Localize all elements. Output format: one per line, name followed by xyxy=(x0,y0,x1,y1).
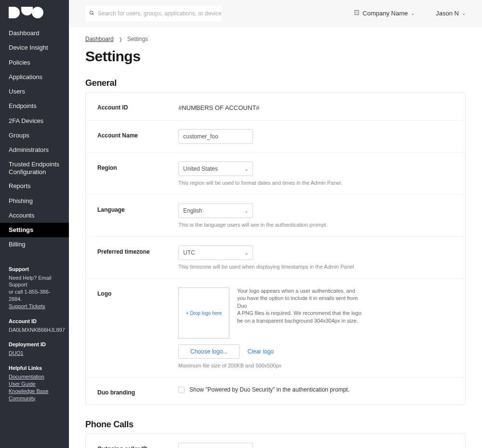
row-logo: Logo + Drop logo here Your logo appears … xyxy=(86,279,465,378)
account-id-value: DA0LMXNKB66HJL897 xyxy=(9,326,60,334)
svg-rect-3 xyxy=(355,11,359,15)
select-region[interactable]: United States ⌄ xyxy=(178,162,253,176)
breadcrumb: Dashboard ❯ Settings xyxy=(85,36,466,42)
content: Dashboard ❯ Settings Settings General Ac… xyxy=(69,27,482,448)
value-account-id: #NUMBERS OF ACCOUNT# xyxy=(178,101,454,111)
chevron-down-icon: ⌄ xyxy=(244,208,248,214)
input-caller-id[interactable] xyxy=(178,443,253,448)
link-community[interactable]: Community xyxy=(9,395,60,402)
duo-logo xyxy=(0,0,69,23)
hint-logo: Maximum file size of 200KB and 500x500px xyxy=(178,363,454,368)
logo-desc-line2: A PNG files is required. We recommend th… xyxy=(237,310,362,325)
svg-point-0 xyxy=(32,7,43,18)
label-account-name: Account Name xyxy=(97,129,178,144)
chevron-down-icon: ⌄ xyxy=(462,11,466,16)
breadcrumb-dashboard[interactable]: Dashboard xyxy=(85,36,114,42)
branding-checkbox[interactable] xyxy=(178,387,185,393)
label-logo: Logo xyxy=(97,287,178,297)
label-language: Language xyxy=(97,204,178,228)
row-account-id: Account ID #NUMBERS OF ACCOUNT# xyxy=(86,93,465,121)
general-panel: Account ID #NUMBERS OF ACCOUNT# Account … xyxy=(85,92,466,405)
sidebar-item-applications[interactable]: Applications xyxy=(0,70,69,84)
row-account-name: Account Name xyxy=(86,121,465,153)
user-menu[interactable]: Jason N ⌄ xyxy=(436,10,466,17)
link-knowledge-base[interactable]: Knowledge Base xyxy=(9,388,60,395)
select-region-value: United States xyxy=(183,165,218,172)
logo-desc-line1: Your logo appears when a user authentica… xyxy=(237,287,362,310)
breadcrumb-current: Settings xyxy=(127,36,148,42)
label-region: Region xyxy=(97,162,178,186)
select-timezone-value: UTC xyxy=(183,249,195,256)
company-name: Company Name xyxy=(362,10,408,17)
support-line1: Need Help? Email Support xyxy=(9,274,60,289)
account-id-header: Account ID xyxy=(9,318,60,325)
search-icon xyxy=(89,10,94,17)
section-title-general: General xyxy=(85,78,466,88)
sidebar-item-trusted-endpoints[interactable]: Trusted Endpoints Configuration xyxy=(0,157,69,179)
row-timezone: Preferred timezone UTC ⌄ This timezone w… xyxy=(86,237,465,279)
branding-checkbox-label: Show "Powered by Duo Security" in the au… xyxy=(189,386,349,393)
sidebar: Dashboard Device Insight Policies Applic… xyxy=(0,0,69,448)
row-language: Language English ⌄ This is the language … xyxy=(86,195,465,237)
label-account-id: Account ID xyxy=(97,101,178,111)
choose-logo-button[interactable]: Choose logo... xyxy=(178,344,240,359)
hint-timezone: This timezone will be used when displayi… xyxy=(178,264,454,270)
row-caller-id: Outgoing caller ID Optional. If set, aut… xyxy=(86,434,465,448)
company-switcher[interactable]: Company Name ⌄ xyxy=(354,10,415,17)
select-language-value: English xyxy=(183,207,202,214)
link-user-guide[interactable]: User Guide xyxy=(9,380,60,388)
sidebar-item-reports[interactable]: Reports xyxy=(0,179,69,193)
helpful-links-header: Helpful Links xyxy=(9,365,60,372)
select-timezone[interactable]: UTC ⌄ xyxy=(178,245,253,260)
label-caller-id: Outgoing caller ID xyxy=(97,443,178,448)
search-input[interactable] xyxy=(98,6,222,21)
row-region: Region United States ⌄ This region will … xyxy=(86,153,465,195)
chevron-right-icon: ❯ xyxy=(119,37,122,42)
select-language[interactable]: English ⌄ xyxy=(178,204,253,218)
page-title: Settings xyxy=(85,48,466,65)
main: Company Name ⌄ Jason N ⌄ Dashboard ❯ Set… xyxy=(69,0,482,448)
sidebar-item-settings[interactable]: Settings xyxy=(0,223,69,237)
chevron-down-icon: ⌄ xyxy=(244,250,248,256)
building-icon xyxy=(354,10,360,17)
chevron-down-icon: ⌄ xyxy=(244,166,248,172)
row-branding: Duo branding Show "Powered by Duo Securi… xyxy=(86,378,465,405)
sidebar-item-device-insight[interactable]: Device Insight xyxy=(0,41,69,55)
label-timezone: Preferred timezone xyxy=(97,245,178,270)
logo-drop-text: + Drop logo here xyxy=(186,311,222,316)
support-header: Support xyxy=(9,266,60,273)
sidebar-item-administrators[interactable]: Administrators xyxy=(0,143,69,157)
logo-description: Your logo appears when a user authentica… xyxy=(237,287,362,339)
label-branding: Duo branding xyxy=(97,386,178,396)
section-title-phone: Phone Calls xyxy=(85,420,466,430)
sidebar-item-endpoints[interactable]: Endpoints xyxy=(0,99,69,113)
search-wrap xyxy=(85,6,222,21)
topbar: Company Name ⌄ Jason N ⌄ xyxy=(69,0,482,27)
sidebar-item-accounts[interactable]: Accounts xyxy=(0,208,69,223)
sidebar-item-policies[interactable]: Policies xyxy=(0,55,69,70)
logo-dropzone[interactable]: + Drop logo here xyxy=(178,287,229,339)
svg-point-1 xyxy=(90,11,93,14)
link-documentation[interactable]: Documentation xyxy=(9,373,60,380)
support-tickets-link[interactable]: Support Tickets xyxy=(9,303,60,310)
sidebar-item-users[interactable]: Users xyxy=(0,84,69,99)
sidebar-support: Support Need Help? Email Support or call… xyxy=(0,266,69,402)
support-line2: or call 1-855-386-2884. xyxy=(9,288,60,303)
deployment-id-value[interactable]: DUO1 xyxy=(9,350,60,357)
user-name: Jason N xyxy=(436,10,459,17)
sidebar-nav: Dashboard Device Insight Policies Applic… xyxy=(0,26,69,252)
hint-region: This region will be used to format dates… xyxy=(178,180,454,186)
sidebar-item-billing[interactable]: Billing xyxy=(0,237,69,252)
deployment-id-header: Deployment ID xyxy=(9,341,60,348)
hint-language: This is the language users will see in t… xyxy=(178,222,454,228)
sidebar-item-2fa-devices[interactable]: 2FA Devices xyxy=(0,114,69,128)
clear-logo-link[interactable]: Clear logo xyxy=(247,348,274,355)
sidebar-item-dashboard[interactable]: Dashboard xyxy=(0,26,69,41)
svg-line-2 xyxy=(93,14,94,15)
chevron-down-icon: ⌄ xyxy=(411,11,415,16)
sidebar-item-phishing[interactable]: Phishing xyxy=(0,194,69,208)
phone-panel: Outgoing caller ID Optional. If set, aut… xyxy=(85,434,466,448)
sidebar-item-groups[interactable]: Groups xyxy=(0,128,69,143)
input-account-name[interactable] xyxy=(178,129,253,144)
